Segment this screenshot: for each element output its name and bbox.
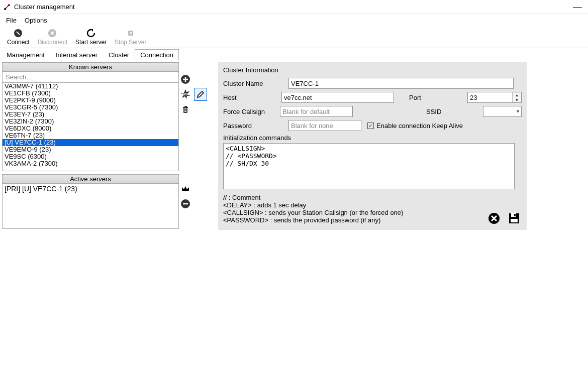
connect-label: Connect (7, 39, 30, 46)
list-item[interactable]: VE2PKT-9 (9000) (3, 97, 178, 104)
list-item[interactable]: VE3ZIN-2 (7300) (3, 118, 178, 125)
app-icon (3, 3, 11, 11)
active-servers-list[interactable]: [PRI] [U] VE7CC-1 (23) (2, 184, 179, 229)
host-label: Host (223, 94, 281, 101)
disconnect-icon (47, 28, 57, 38)
init-commands-label: Initialization commands (223, 134, 522, 142)
stop-icon (126, 28, 136, 38)
list-item[interactable]: VE3CGR-5 (7300) (3, 104, 178, 111)
chevron-down-icon[interactable]: ▼ (513, 97, 521, 102)
crown-icon (180, 184, 190, 194)
password-label: Password (223, 122, 288, 130)
delete-button[interactable] (179, 103, 192, 116)
list-item[interactable]: VE6DXC (8000) (3, 125, 178, 132)
primary-button[interactable] (179, 182, 192, 195)
port-label: Port (409, 94, 467, 101)
new-badge-icon: NEW (180, 89, 191, 100)
minimize-button[interactable]: — (570, 2, 585, 12)
keepalive-checkbox[interactable]: ✓ Enable connection Keep Alive (367, 122, 463, 130)
list-item[interactable]: VE1CFB (7300) (3, 90, 178, 97)
menu-bar: File Options (0, 14, 588, 26)
list-item[interactable]: [U] VE7CC-1 (23) (3, 139, 178, 146)
help-text: // : Comment <DELAY> : adds 1 sec delay … (223, 194, 522, 224)
tab-internal-server[interactable]: Internal server (50, 49, 103, 60)
save-icon (508, 212, 521, 225)
active-server-item[interactable]: [PRI] [U] VE7CC-1 (23) (5, 185, 176, 193)
host-input[interactable] (281, 92, 394, 103)
help-line: <CALLSIGN> : sends your Station Callsign… (223, 209, 522, 216)
known-servers-list[interactable]: VA3MW-7 (41112)VE1CFB (7300)VE2PKT-9 (90… (2, 83, 179, 171)
list-item[interactable]: VE9SC (6300) (3, 153, 178, 160)
menu-file[interactable]: File (6, 17, 17, 24)
force-callsign-input[interactable] (280, 106, 353, 117)
chevron-up-icon[interactable]: ▲ (513, 92, 521, 97)
cluster-name-label: Cluster Name (223, 80, 288, 87)
new-button[interactable]: NEW (179, 88, 192, 101)
svg-rect-14 (511, 219, 518, 222)
close-circle-icon (487, 212, 501, 225)
trash-icon (181, 105, 190, 114)
minus-circle-icon (180, 198, 191, 209)
port-spinner[interactable]: ▲▼ (512, 92, 521, 102)
active-servers-header: Active servers (2, 174, 179, 184)
connect-button[interactable]: Connect (4, 28, 33, 46)
list-item[interactable]: VE9EMO-9 (23) (3, 146, 178, 153)
connect-icon (13, 28, 23, 38)
menu-options[interactable]: Options (25, 17, 47, 24)
port-value[interactable] (468, 92, 512, 102)
ssid-label: SSID (426, 108, 483, 115)
ssid-select[interactable]: ▼ (483, 106, 522, 117)
list-item[interactable]: VK3AMA-2 (7300) (3, 160, 178, 167)
tab-connection[interactable]: Connection (135, 49, 179, 60)
start-server-label: Start server (75, 39, 107, 46)
tab-bar: Management Internal server Cluster Conne… (0, 48, 588, 60)
chevron-down-icon: ▼ (516, 109, 520, 114)
help-line: // : Comment (223, 194, 522, 201)
cancel-button[interactable] (486, 211, 502, 226)
window-title: Cluster management (14, 3, 570, 11)
cluster-info-title: Cluster Information (223, 66, 522, 74)
password-input[interactable] (288, 120, 361, 131)
keepalive-label: Enable connection Keep Alive (376, 122, 463, 130)
tab-management[interactable]: Management (1, 49, 50, 60)
disconnect-label: Disconnect (38, 39, 67, 46)
svg-line-2 (5, 5, 9, 9)
edit-button[interactable] (194, 88, 207, 101)
title-bar: Cluster management — (0, 0, 588, 14)
svg-rect-13 (514, 214, 516, 216)
remove-button[interactable] (179, 197, 192, 210)
stop-server-button[interactable]: Stop Server (112, 28, 149, 46)
disconnect-button[interactable]: Disconnect (35, 28, 70, 46)
help-line: <PASSWORD> : sends the provided password… (223, 216, 522, 224)
plus-circle-icon (180, 74, 191, 85)
save-button[interactable] (507, 211, 522, 226)
svg-text:NEW: NEW (182, 93, 189, 96)
tab-cluster[interactable]: Cluster (103, 49, 135, 60)
list-item[interactable]: VE3EY-7 (23) (3, 111, 178, 118)
init-commands-textarea[interactable] (223, 143, 515, 189)
known-servers-header: Known servers (2, 62, 179, 72)
add-server-button[interactable] (179, 73, 192, 86)
help-line: <DELAY> : adds 1 sec delay (223, 201, 522, 209)
checkbox-checked-icon: ✓ (367, 122, 374, 129)
start-server-button[interactable]: Start server (72, 28, 110, 46)
force-callsign-label: Force Callsign (223, 108, 280, 115)
toolbar: Connect Disconnect Start server Stop Ser… (0, 26, 588, 48)
pencil-icon (196, 90, 205, 99)
list-item[interactable]: VE6TN-7 (23) (3, 132, 178, 139)
cluster-name-input[interactable] (288, 78, 514, 89)
cluster-info-panel: Cluster Information Cluster Name Host Po… (218, 62, 527, 230)
port-input[interactable]: ▲▼ (467, 92, 522, 103)
list-item[interactable]: VA3MW-7 (41112) (3, 83, 178, 90)
stop-server-label: Stop Server (115, 39, 146, 46)
refresh-icon (86, 28, 96, 38)
search-input[interactable] (2, 72, 179, 83)
